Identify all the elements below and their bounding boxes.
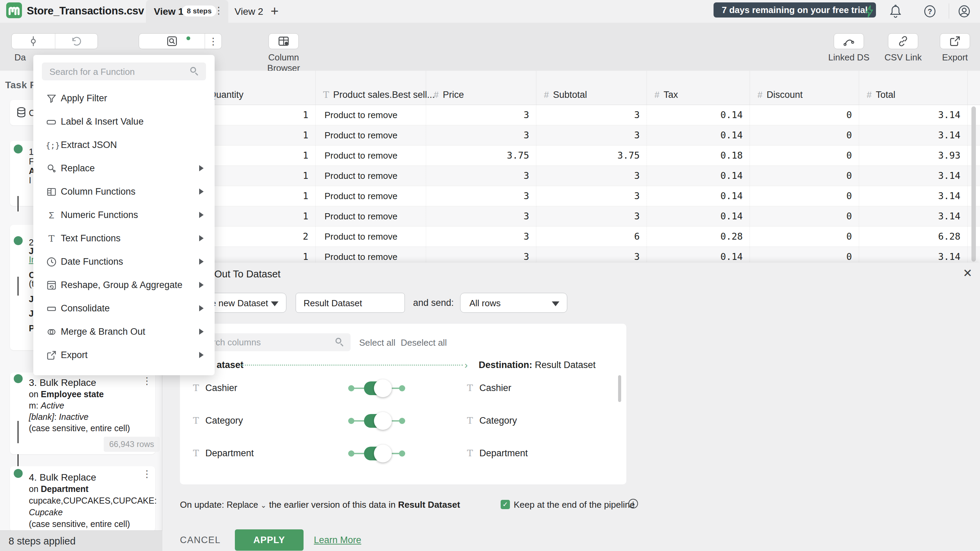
activity-lightning-icon[interactable] <box>862 5 876 18</box>
column-header-tax[interactable]: #Tax <box>647 71 750 105</box>
topbar-divider <box>949 3 949 19</box>
apply-button[interactable]: APPLY <box>235 529 304 551</box>
source-column-label: Cashier <box>205 383 237 394</box>
menu-item-export[interactable]: Export <box>33 344 215 367</box>
menu-item-column-functions[interactable]: Column Functions <box>33 180 215 203</box>
column-header-label: #Tax <box>654 90 678 100</box>
explore-group: ⋮ <box>139 33 222 49</box>
info-icon[interactable]: i <box>628 499 638 508</box>
send-mode-select[interactable]: All rows <box>460 293 567 313</box>
column-browser-button[interactable] <box>269 33 299 49</box>
mapping-scrollbar[interactable] <box>618 375 621 402</box>
column-toggle-cashier[interactable] <box>348 379 405 398</box>
cancel-button[interactable]: CANCEL <box>180 535 221 546</box>
panel-close-icon[interactable]: ✕ <box>963 267 972 279</box>
table-cell: 3.14 <box>859 125 968 146</box>
submenu-arrow-icon <box>199 282 204 288</box>
step-4-detail-1: cupcake,CUPCAKES,CUPCAKE: <box>29 496 157 505</box>
tab-view-1-kebab-icon[interactable]: ⋮ <box>214 5 224 16</box>
toolbar-left-label-fragment: Da <box>14 52 26 63</box>
account-avatar-icon[interactable] <box>957 5 971 18</box>
menu-item-replace[interactable]: Replace <box>33 157 215 180</box>
top-bar: Store_Transactions.csv View 1 8 steps ⋮ … <box>0 0 980 23</box>
explore-data-button[interactable] <box>139 33 205 49</box>
keep-pipeline-label: Keep at the end of the pipeline <box>514 500 635 510</box>
column-header-price[interactable]: #Price <box>426 71 536 105</box>
step-text-fragment: J <box>29 309 33 319</box>
menu-item-apply-filter[interactable]: Apply Filter <box>33 87 215 110</box>
menu-item-consolidate[interactable]: Consolidate <box>33 297 215 320</box>
dataset-name-input[interactable]: Result Dataset <box>296 293 405 313</box>
table-row[interactable]: 1Product to remove330.1403.14 <box>162 186 980 206</box>
linked-ds-button[interactable] <box>834 33 864 49</box>
column-header-subtotal[interactable]: #Subtotal <box>536 71 647 105</box>
column-header-label: #Price <box>434 90 464 100</box>
column-header-discount[interactable]: #Discount <box>750 71 859 105</box>
export-button[interactable] <box>940 33 970 49</box>
table-row[interactable]: 1Product to remove330.1403.14 <box>162 105 980 125</box>
source-column-label: Department <box>205 448 254 459</box>
app-logo-icon[interactable] <box>6 2 22 18</box>
sigma-icon: Σ <box>46 210 57 221</box>
table-cell: 0.14 <box>647 186 750 206</box>
tag-icon <box>46 116 57 128</box>
table-cell: 3.75 <box>536 146 647 166</box>
step-3-kebab-icon[interactable]: ⋮ <box>142 375 152 387</box>
table-row[interactable]: 2Product to remove360.2806.28 <box>162 227 980 247</box>
search-icon <box>336 338 344 347</box>
step-3-detail-2: [blank]: Inactive <box>29 413 89 421</box>
menu-item-label-insert-value[interactable]: Label & Insert Value <box>33 110 215 133</box>
reset-history-button[interactable] <box>55 33 98 49</box>
file-title: Store_Transactions.csv <box>27 5 144 17</box>
column-header-total[interactable]: #Total <box>859 71 968 105</box>
table-row[interactable]: 1Product to remove330.1403.14 <box>162 166 980 186</box>
reshape-icon <box>46 279 57 291</box>
learn-more-link[interactable]: Learn More <box>314 535 361 546</box>
select-all-link[interactable]: Select all <box>359 337 396 348</box>
menu-item-label: Merge & Branch Out <box>61 327 145 337</box>
column-header-product-sales-best-sell[interactable]: TProduct sales.Best sell... <box>315 71 426 105</box>
grid-vertical-scrollbar[interactable] <box>971 106 976 262</box>
table-row[interactable]: 1Product to remove330.1403.14 <box>162 125 980 146</box>
commit-step-button[interactable] <box>12 33 55 49</box>
table-cell: 0.14 <box>647 166 750 186</box>
menu-item-text-functions[interactable]: TText Functions <box>33 227 215 250</box>
notifications-bell-icon[interactable] <box>889 5 902 18</box>
table-cell: 3 <box>536 206 647 227</box>
tab-view-1[interactable]: View 1 8 steps ⋮ <box>146 0 228 23</box>
step-connector <box>18 454 19 466</box>
table-cell: 0.18 <box>647 146 750 166</box>
table-cell: 0 <box>750 247 859 263</box>
menu-item-numeric-functions[interactable]: ΣNumeric Functions <box>33 203 215 227</box>
tab-view-2[interactable]: View 2 <box>234 6 263 17</box>
table-cell: 3.93 <box>859 146 968 166</box>
table-cell: Product to remove <box>315 186 426 206</box>
menu-item-label: Replace <box>61 163 95 174</box>
table-row[interactable]: 1Product to remove330.1403.14 <box>162 206 980 227</box>
menu-item-label: Apply Filter <box>61 93 107 104</box>
submenu-arrow-icon <box>199 212 204 218</box>
csv-link-label: CSV Link <box>882 52 924 63</box>
column-toggle-category[interactable] <box>348 411 405 430</box>
on-update-mode-select[interactable]: Replace ⌄ <box>227 500 266 510</box>
table-row[interactable]: 1Product to remove3.753.750.1803.93 <box>162 146 980 166</box>
submenu-arrow-icon <box>199 235 204 241</box>
keep-pipeline-checkbox[interactable]: ✓ <box>501 500 510 509</box>
menu-item-merge-branch-out[interactable]: Merge & Branch Out <box>33 320 215 344</box>
table-cell: 3.14 <box>859 186 968 206</box>
explore-kebab-button[interactable]: ⋮ <box>205 33 221 49</box>
add-view-button[interactable]: + <box>270 3 278 19</box>
help-icon[interactable]: ? <box>923 5 937 18</box>
text-type-icon: T <box>467 383 473 393</box>
column-toggle-department[interactable] <box>348 444 405 463</box>
on-update-row: On update: Replace ⌄ the earlier version… <box>180 500 460 510</box>
menu-item-date-functions[interactable]: Date Functions <box>33 250 215 274</box>
source-dataset-label-fragment: ataset <box>217 360 243 370</box>
step-4-kebab-icon[interactable]: ⋮ <box>142 468 152 480</box>
menu-item-extract-json[interactable]: {;}Extract JSON <box>33 133 215 157</box>
table-row[interactable]: 1Product to remove330.1403.14 <box>162 247 980 263</box>
csv-link-button[interactable] <box>888 33 918 49</box>
deselect-all-link[interactable]: Deselect all <box>401 337 447 348</box>
function-search-input[interactable]: Search for a Function <box>42 62 206 80</box>
menu-item-reshape-group-aggregate[interactable]: Reshape, Group & Aggregate <box>33 274 215 297</box>
